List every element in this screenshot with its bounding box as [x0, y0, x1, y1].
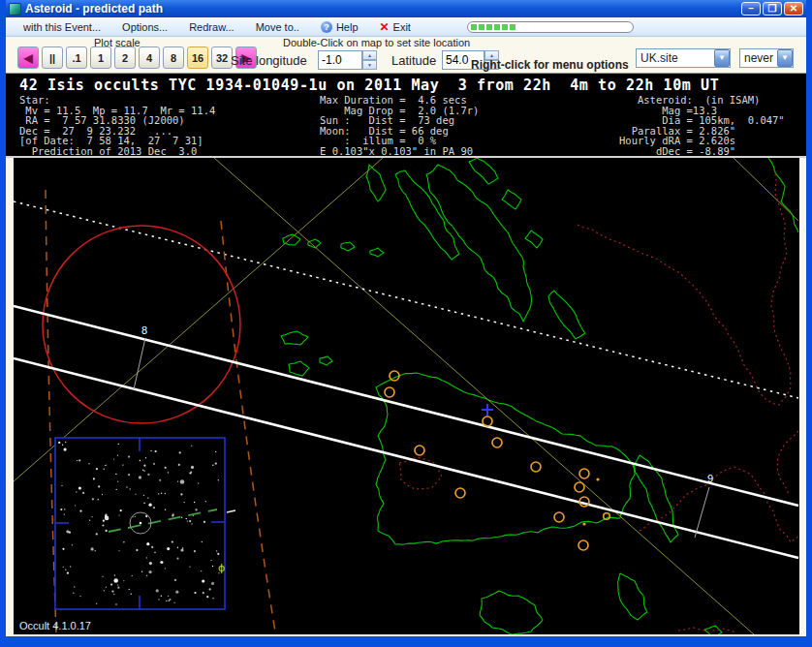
menu-with-this-event[interactable]: with this Event... — [13, 17, 111, 37]
scale-0.1-button[interactable]: .1 — [66, 46, 87, 69]
menu-help[interactable]: ? Help — [310, 17, 369, 37]
coastlines — [281, 158, 798, 634]
scale-1-button[interactable]: 1 — [90, 46, 111, 69]
starfield-inset: ϕ — [55, 438, 235, 609]
redraw-mode-select[interactable]: never ▼ — [739, 48, 794, 68]
longitude-spin-up[interactable]: ▲ — [362, 50, 377, 60]
menu-exit[interactable]: ✕ Exit — [369, 17, 422, 37]
titlebar: Asteroid - predicted path – ❐ ✕ — [6, 0, 806, 17]
path-map[interactable]: 89 ϕ Occult 4.1.0.17 — [14, 158, 799, 634]
scale-prev-button[interactable]: ◀ — [17, 46, 39, 69]
scale-16-button[interactable]: 16 — [187, 46, 208, 69]
rightclick-hint: Right-click for menu options — [471, 58, 629, 72]
svg-text:8: 8 — [141, 324, 147, 336]
target-star — [140, 522, 142, 525]
star-info-block: Star: Mv = 11.5 Mp = 11.7 Mr = 11.4 RA =… — [19, 95, 215, 157]
menu-redraw[interactable]: Redraw... — [178, 17, 244, 37]
plot-scale-buttons: ◀ || .1 1 2 4 8 16 32 ▶ — [17, 46, 257, 69]
track-exit-dash — [227, 510, 235, 512]
window-title: Asteroid - predicted path — [25, 2, 739, 15]
scale-32-button[interactable]: 32 — [211, 46, 233, 69]
menu-bar: with this Event... Options... Redraw... … — [6, 17, 806, 37]
doubleclick-hint: Double-Click on map to set site location — [283, 37, 470, 48]
close-button[interactable]: ✕ — [784, 2, 803, 15]
menu-options[interactable]: Options... — [111, 17, 178, 37]
event-info-block: Max Duration = 4.6 secs Mag Drop = 2.0 (… — [320, 95, 479, 157]
phi-symbol: ϕ — [218, 562, 225, 574]
map-svg: 89 ϕ Occult 4.1.0.17 — [14, 158, 799, 634]
scale-8-button[interactable]: 8 — [163, 46, 184, 69]
longitude-spin-down[interactable]: ▼ — [362, 60, 377, 70]
maximize-button[interactable]: ❐ — [763, 2, 782, 15]
svg-text:9: 9 — [707, 473, 713, 484]
scale-4-button[interactable]: 4 — [139, 46, 160, 69]
chevron-down-icon: ▼ — [714, 49, 730, 67]
site-longitude-label: Site longitude — [231, 53, 307, 68]
event-headline: 42 Isis occults TYC 1934-01049-1u on 201… — [19, 77, 719, 94]
minimize-button[interactable]: – — [741, 2, 761, 15]
latitude-label: Latitude — [391, 53, 436, 68]
progress-bar — [467, 21, 634, 33]
exit-icon: ✕ — [380, 17, 390, 37]
asteroid-info-block: Asteroid: (in ISAM) Mag =13.3 Dia = 105k… — [619, 95, 785, 157]
menu-move-to[interactable]: Move to.. — [245, 17, 310, 37]
site-cross-marker — [482, 404, 493, 416]
site-longitude-input[interactable] — [318, 50, 362, 70]
app-window: Asteroid - predicted path – ❐ ✕ with thi… — [0, 0, 812, 647]
longitude-spinner: ▲ ▼ — [362, 50, 377, 70]
progress-fill — [471, 24, 515, 30]
version-label: Occult 4.1.0.17 — [19, 620, 91, 632]
site-file-select[interactable]: UK.site ▼ — [636, 48, 731, 68]
chevron-down-icon: ▼ — [777, 49, 793, 67]
app-icon — [9, 3, 21, 15]
path-centre-dotted-line — [14, 201, 798, 398]
scale-2-button[interactable]: 2 — [114, 46, 136, 69]
event-info-panel: 42 Isis occults TYC 1934-01049-1u on 201… — [6, 74, 806, 158]
toolbar: Plot scale ◀ || .1 1 2 4 8 16 32 ▶ Doubl… — [6, 37, 806, 74]
help-icon: ? — [321, 21, 332, 33]
scale-pause-button[interactable]: || — [42, 46, 63, 69]
